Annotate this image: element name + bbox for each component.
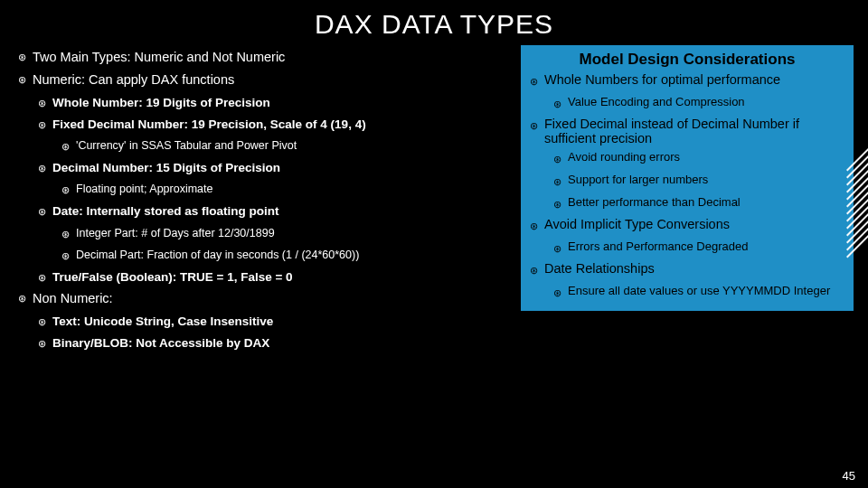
bullet-icon: ⊛ <box>38 268 52 286</box>
list-item: ⊛Decimal Number: 15 Digits of Precision <box>18 159 514 177</box>
bullet-icon: ⊛ <box>553 95 568 113</box>
text: Ensure all date values or use YYYYMMDD I… <box>568 284 844 297</box>
list-item: ⊛Non Numeric: <box>18 289 514 309</box>
bullet-icon: ⊛ <box>553 173 568 191</box>
list-item: ⊛Ensure all date values or use YYYYMMDD … <box>530 284 844 302</box>
bullet-icon: ⊛ <box>530 117 544 135</box>
bullet-icon: ⊛ <box>553 239 568 258</box>
bullet-icon: ⊛ <box>530 217 544 235</box>
bullet-icon: ⊛ <box>38 202 52 221</box>
bullet-icon: ⊛ <box>61 181 76 199</box>
text: Whole Number: 19 Digits of Precision <box>52 94 270 112</box>
text: Date Relationships <box>544 261 844 276</box>
list-item: ⊛Date: Internally stored as floating poi… <box>18 202 514 221</box>
list-item: ⊛Avoid Implicit Type Conversions <box>530 217 844 235</box>
list-item: ⊛Integer Part: # of Days after 12/30/189… <box>18 225 514 243</box>
bullet-icon: ⊛ <box>61 247 76 265</box>
text: Integer Part: # of Days after 12/30/1899 <box>76 225 275 242</box>
text: Fixed Decimal Number: 19 Precision, Scal… <box>52 116 366 134</box>
list-item: ⊛Numeric: Can apply DAX functions <box>18 70 514 90</box>
bullet-icon: ⊛ <box>530 72 544 90</box>
considerations-box: Model Design Considerations ⊛Whole Numbe… <box>521 45 854 311</box>
list-item: ⊛Fixed Decimal Number: 19 Precision, Sca… <box>18 116 514 134</box>
bullet-icon: ⊛ <box>38 116 52 134</box>
text: Non Numeric: <box>33 289 113 309</box>
page-number: 45 <box>843 469 855 483</box>
text: Better performance than Decimal <box>568 195 844 209</box>
bullet-icon: ⊛ <box>38 159 52 177</box>
text: Avoid rounding errors <box>568 150 844 164</box>
bullet-icon: ⊛ <box>530 261 544 279</box>
text: Support for larger numbers <box>568 173 844 186</box>
list-item: ⊛True/False (Boolean): TRUE = 1, False =… <box>18 268 514 286</box>
text: Floating point; Approximate <box>76 181 212 198</box>
text: Avoid Implicit Type Conversions <box>544 217 844 231</box>
list-item: ⊛Floating point; Approximate <box>18 181 514 199</box>
bullet-icon: ⊛ <box>553 195 568 213</box>
list-item: ⊛Binary/BLOB: Not Accessible by DAX <box>18 334 514 352</box>
text: Fixed Decimal instead of Decimal Number … <box>544 117 844 145</box>
list-item: ⊛Text: Unicode String, Case Insensitive <box>18 313 514 331</box>
list-item: ⊛Errors and Performance Degraded <box>530 239 844 258</box>
right-column: Model Design Considerations ⊛Whole Numbe… <box>521 45 854 352</box>
bullet-icon: ⊛ <box>18 48 33 66</box>
list-item: ⊛Value Encoding and Compression <box>530 95 844 113</box>
text: Decimal Part: Fraction of day in seconds… <box>76 247 359 264</box>
left-column: ⊛Two Main Types: Numeric and Not Numeric… <box>18 45 514 352</box>
bullet-icon: ⊛ <box>61 225 76 243</box>
list-item: ⊛Whole Numbers for optimal performance <box>530 72 844 90</box>
list-item: ⊛Two Main Types: Numeric and Not Numeric <box>18 48 514 68</box>
bullet-icon: ⊛ <box>38 94 52 112</box>
list-item: ⊛Decimal Part: Fraction of day in second… <box>18 247 514 265</box>
bullet-icon: ⊛ <box>553 150 568 168</box>
list-item: ⊛Better performance than Decimal <box>530 195 844 213</box>
content-area: ⊛Two Main Types: Numeric and Not Numeric… <box>0 45 868 352</box>
text: Binary/BLOB: Not Accessible by DAX <box>52 334 269 352</box>
text: 'Currency' in SSAS Tabular and Power Piv… <box>76 137 297 155</box>
text: Text: Unicode String, Case Insensitive <box>52 313 273 331</box>
text: Whole Numbers for optimal performance <box>544 72 844 87</box>
list-item: ⊛Avoid rounding errors <box>530 150 844 168</box>
text: Errors and Performance Degraded <box>568 239 844 253</box>
list-item: ⊛Whole Number: 19 Digits of Precision <box>18 94 514 112</box>
text: Date: Internally stored as floating poin… <box>52 202 279 221</box>
slide-title: DAX DATA TYPES <box>0 0 868 45</box>
bullet-icon: ⊛ <box>61 137 76 155</box>
list-item: ⊛Date Relationships <box>530 261 844 279</box>
text: Decimal Number: 15 Digits of Precision <box>52 159 280 177</box>
bullet-icon: ⊛ <box>38 313 52 331</box>
list-item: ⊛Support for larger numbers <box>530 173 844 191</box>
box-title: Model Design Considerations <box>530 51 844 69</box>
text: Two Main Types: Numeric and Not Numeric <box>33 48 285 68</box>
text: Value Encoding and Compression <box>568 95 844 108</box>
bullet-icon: ⊛ <box>38 334 52 352</box>
text: Numeric: Can apply DAX functions <box>33 70 234 90</box>
list-item: ⊛'Currency' in SSAS Tabular and Power Pi… <box>18 137 514 155</box>
list-item: ⊛Fixed Decimal instead of Decimal Number… <box>530 117 844 145</box>
text: True/False (Boolean): TRUE = 1, False = … <box>52 268 293 286</box>
bullet-icon: ⊛ <box>18 289 33 307</box>
bullet-icon: ⊛ <box>553 284 568 302</box>
bullet-icon: ⊛ <box>18 70 33 89</box>
